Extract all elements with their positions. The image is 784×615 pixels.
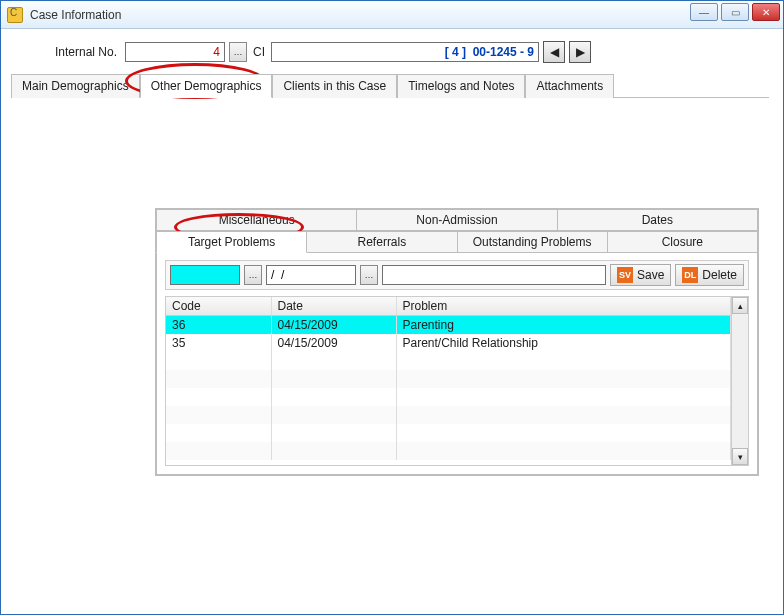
delete-icon: DL — [682, 267, 698, 283]
col-date[interactable]: Date — [271, 297, 396, 316]
table-row[interactable]: 3504/15/2009Parent/Child Relationship — [166, 334, 731, 352]
tab-timelogs-notes[interactable]: Timelogs and Notes — [397, 74, 525, 98]
problems-table-wrap: Code Date Problem 3604/15/2009Parenting3… — [165, 296, 749, 466]
entry-row: … … SV Save DL Delete — [165, 260, 749, 290]
save-button-label: Save — [637, 268, 664, 282]
table-cell — [271, 388, 396, 406]
table-cell: 04/15/2009 — [271, 316, 396, 335]
col-problem[interactable]: Problem — [396, 297, 731, 316]
tab-attachments[interactable]: Attachments — [525, 74, 614, 98]
save-button[interactable]: SV Save — [610, 264, 671, 286]
table-row[interactable] — [166, 370, 731, 388]
internal-no-picker-button[interactable]: … — [229, 42, 247, 62]
subtab-outstanding-problems[interactable]: Outstanding Problems — [457, 231, 608, 253]
table-cell — [396, 424, 731, 442]
col-code[interactable]: Code — [166, 297, 271, 316]
description-input[interactable] — [382, 265, 606, 285]
table-cell — [271, 442, 396, 460]
table-cell — [396, 352, 731, 370]
case-number-display[interactable] — [271, 42, 539, 62]
table-cell — [166, 442, 271, 460]
sub-tab-rows: Miscellaneous Non-Admission Dates Target… — [156, 209, 758, 253]
prev-case-button[interactable]: ◀ — [543, 41, 565, 63]
scroll-up-icon[interactable]: ▴ — [732, 297, 748, 314]
delete-button-label: Delete — [702, 268, 737, 282]
close-button[interactable]: ✕ — [752, 3, 780, 21]
code-picker-button[interactable]: … — [244, 265, 262, 285]
table-cell — [166, 406, 271, 424]
table-cell — [396, 406, 731, 424]
table-row[interactable] — [166, 424, 731, 442]
table-cell — [396, 442, 731, 460]
main-tabs: Main Demographics Other Demographics Cli… — [11, 73, 769, 98]
minimize-button[interactable]: — — [690, 3, 718, 21]
date-input[interactable] — [266, 265, 356, 285]
delete-button[interactable]: DL Delete — [675, 264, 744, 286]
save-icon: SV — [617, 267, 633, 283]
titlebar: Case Information — ▭ ✕ — [1, 1, 783, 29]
sub-panel: Miscellaneous Non-Admission Dates Target… — [155, 208, 759, 476]
subtab-referrals[interactable]: Referrals — [306, 231, 457, 253]
table-cell — [271, 370, 396, 388]
table-row[interactable]: 3604/15/2009Parenting — [166, 316, 731, 335]
internal-no-label: Internal No. — [55, 45, 117, 59]
tab-clients-in-case[interactable]: Clients in this Case — [272, 74, 397, 98]
tab-main-demographics[interactable]: Main Demographics — [11, 74, 140, 98]
table-cell — [271, 352, 396, 370]
table-row[interactable] — [166, 388, 731, 406]
maximize-button[interactable]: ▭ — [721, 3, 749, 21]
ci-label: CI — [253, 45, 265, 59]
subtab-dates[interactable]: Dates — [557, 209, 758, 231]
table-cell — [271, 424, 396, 442]
code-input[interactable] — [170, 265, 240, 285]
subtab-target-problems[interactable]: Target Problems — [156, 231, 307, 253]
window-controls: — ▭ ✕ — [690, 3, 780, 21]
subtab-miscellaneous[interactable]: Miscellaneous — [156, 209, 357, 231]
subtab-closure[interactable]: Closure — [607, 231, 758, 253]
table-cell: 04/15/2009 — [271, 334, 396, 352]
table-cell — [166, 424, 271, 442]
table-row[interactable] — [166, 406, 731, 424]
table-row[interactable] — [166, 352, 731, 370]
table-row[interactable] — [166, 442, 731, 460]
date-picker-button[interactable]: … — [360, 265, 378, 285]
table-cell: 35 — [166, 334, 271, 352]
sub-content: … … SV Save DL Delete — [156, 252, 758, 475]
table-cell — [166, 352, 271, 370]
table-cell: 36 — [166, 316, 271, 335]
table-cell — [396, 370, 731, 388]
window-title: Case Information — [30, 8, 121, 22]
scroll-down-icon[interactable]: ▾ — [732, 448, 748, 465]
tab-other-demographics[interactable]: Other Demographics — [140, 74, 273, 98]
table-cell: Parenting — [396, 316, 731, 335]
table-cell — [271, 406, 396, 424]
problems-table[interactable]: Code Date Problem 3604/15/2009Parenting3… — [166, 297, 731, 460]
table-cell — [166, 388, 271, 406]
table-scrollbar[interactable]: ▴ ▾ — [731, 297, 748, 465]
next-case-button[interactable]: ▶ — [569, 41, 591, 63]
table-cell — [166, 370, 271, 388]
app-icon — [7, 7, 23, 23]
header-row: Internal No. … CI ◀ ▶ — [15, 41, 769, 63]
table-cell — [396, 388, 731, 406]
subtab-non-admission[interactable]: Non-Admission — [356, 209, 557, 231]
internal-no-input[interactable] — [125, 42, 225, 62]
content-area: Internal No. … CI ◀ ▶ Main Demographics … — [1, 29, 783, 484]
table-cell: Parent/Child Relationship — [396, 334, 731, 352]
